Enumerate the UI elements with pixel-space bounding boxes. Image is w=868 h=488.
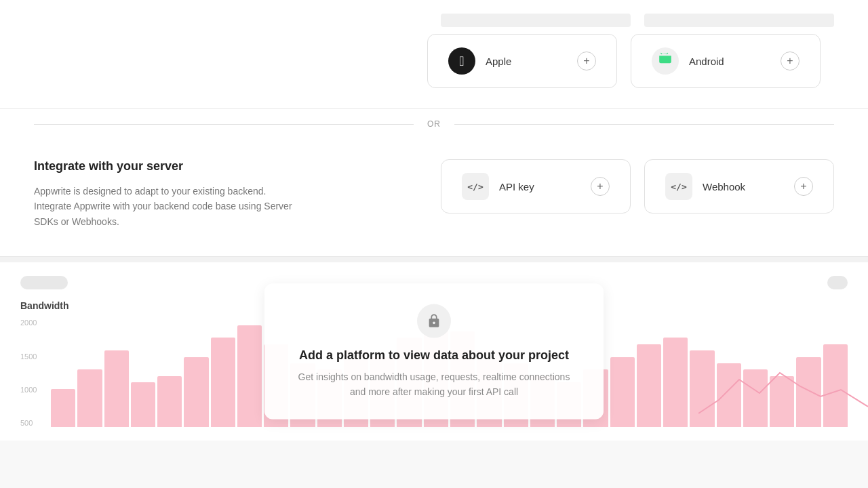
api-key-card[interactable]: </> API key + <box>441 159 631 214</box>
integrate-text-block: Integrate with your server Appwrite is d… <box>34 159 305 229</box>
webhook-code-icon: </> <box>665 173 692 200</box>
integrate-section: Integrate with your server Appwrite is d… <box>0 139 868 257</box>
top-placeholder-row <box>0 0 868 34</box>
webhook-card[interactable]: </> Webhook + <box>644 159 834 214</box>
bar-2 <box>104 350 129 427</box>
bar-5 <box>184 357 208 428</box>
apple-platform-card[interactable]:  Apple + <box>427 34 617 88</box>
code-brackets-icon: </> <box>467 182 483 192</box>
platform-cards-row:  Apple + Android + <box>34 34 834 88</box>
api-key-add-button[interactable]: + <box>591 177 610 196</box>
bandwidth-title: Bandwidth <box>20 300 69 311</box>
y-label-1500: 1500 <box>20 352 37 361</box>
bar-4 <box>157 376 182 427</box>
modal-title: Add a platform to view data about your p… <box>292 348 576 362</box>
placeholder-card-1 <box>441 14 631 27</box>
bandwidth-line-chart <box>698 359 868 427</box>
bar-22 <box>637 344 661 427</box>
android-add-button[interactable]: + <box>781 52 800 70</box>
y-label-2000: 2000 <box>20 319 37 327</box>
android-platform-card[interactable]: Android + <box>631 34 821 88</box>
apple-icon-container:  <box>448 47 475 75</box>
integrate-title: Integrate with your server <box>34 159 305 174</box>
apple-logo-icon:  <box>459 54 464 69</box>
server-cards-row: </> API key + </> Webhook + <box>332 159 834 214</box>
platform-overlay-modal: Add a platform to view data about your p… <box>264 283 604 420</box>
mobile-platforms-section:  Apple + Android + <box>0 34 868 109</box>
integrate-description: Appwrite is designed to adapt to your ex… <box>34 184 305 229</box>
webhook-add-button[interactable]: + <box>794 177 813 196</box>
bandwidth-title-pill <box>20 276 68 289</box>
bandwidth-menu-dots[interactable] <box>827 276 848 289</box>
y-label-1000: 1000 <box>20 386 37 394</box>
apple-platform-name: Apple <box>486 56 567 67</box>
bar-7 <box>237 325 262 428</box>
y-label-500: 500 <box>20 419 37 427</box>
api-key-code-icon: </> <box>462 173 489 200</box>
android-logo-icon <box>657 51 673 71</box>
webhook-label: Webhook <box>703 181 784 192</box>
placeholder-card-2 <box>644 14 834 27</box>
page-wrapper:  Apple + Android + OR <box>0 0 868 441</box>
or-divider: OR <box>0 109 868 139</box>
bar-0 <box>51 389 75 427</box>
modal-description: Get insights on bandwidth usage, request… <box>292 369 576 399</box>
bar-1 <box>77 369 102 427</box>
apple-add-button[interactable]: + <box>577 52 596 70</box>
bandwidth-section: Bandwidth 500 1000 1500 2000 Add <box>0 262 868 441</box>
lock-icon-circle <box>417 304 451 338</box>
or-text: OR <box>414 119 454 129</box>
bar-23 <box>663 338 688 427</box>
webhook-brackets-icon: </> <box>671 182 686 192</box>
bar-21 <box>610 357 635 428</box>
bar-3 <box>131 382 155 427</box>
api-key-label: API key <box>499 181 580 192</box>
android-icon-container <box>652 47 679 75</box>
android-platform-name: Android <box>689 56 770 67</box>
bar-6 <box>211 338 235 427</box>
